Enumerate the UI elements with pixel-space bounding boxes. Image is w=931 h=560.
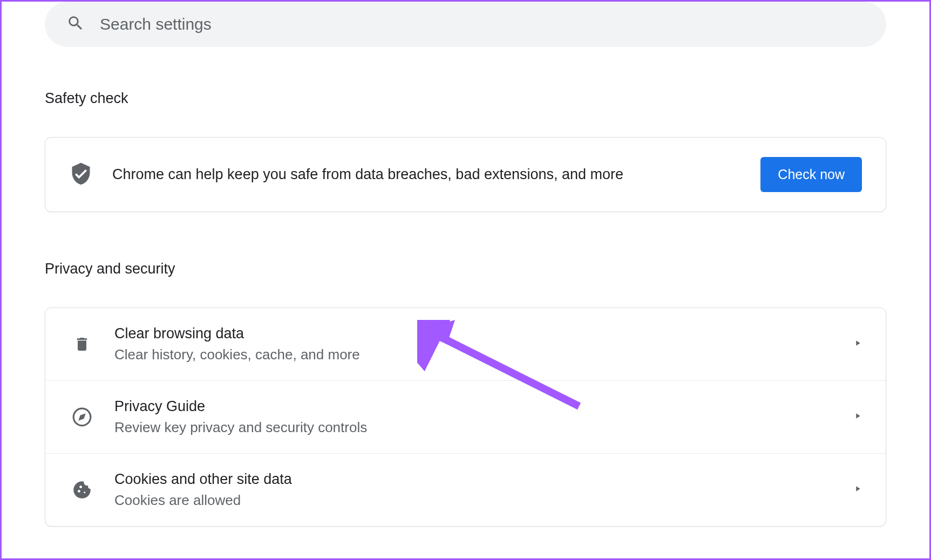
privacy-security-heading: Privacy and security bbox=[45, 261, 886, 277]
safety-check-description: Chrome can help keep you safe from data … bbox=[112, 166, 760, 183]
cookies-row[interactable]: Cookies and other site data Cookies are … bbox=[45, 453, 886, 526]
check-now-button[interactable]: Check now bbox=[760, 157, 862, 192]
row-subtitle: Clear history, cookies, cache, and more bbox=[114, 346, 842, 363]
row-subtitle: Review key privacy and security controls bbox=[114, 419, 842, 436]
search-input[interactable] bbox=[100, 15, 865, 33]
row-title: Cookies and other site data bbox=[114, 471, 842, 488]
compass-icon bbox=[69, 407, 95, 427]
shield-check-icon bbox=[69, 162, 93, 188]
search-icon bbox=[66, 14, 85, 35]
chevron-right-icon bbox=[853, 339, 862, 350]
svg-marker-1 bbox=[78, 413, 85, 420]
chevron-right-icon bbox=[853, 412, 862, 422]
trash-icon bbox=[69, 336, 95, 353]
clear-browsing-data-row[interactable]: Clear browsing data Clear history, cooki… bbox=[45, 308, 886, 380]
privacy-list-card: Clear browsing data Clear history, cooki… bbox=[45, 308, 886, 527]
search-settings-bar[interactable] bbox=[45, 2, 886, 47]
row-subtitle: Cookies are allowed bbox=[114, 492, 842, 509]
safety-check-heading: Safety check bbox=[45, 90, 886, 107]
safety-check-card: Chrome can help keep you safe from data … bbox=[45, 137, 886, 212]
privacy-guide-row[interactable]: Privacy Guide Review key privacy and sec… bbox=[45, 380, 886, 453]
chevron-right-icon bbox=[853, 484, 862, 495]
row-title: Privacy Guide bbox=[114, 398, 842, 415]
row-title: Clear browsing data bbox=[114, 325, 842, 342]
cookie-icon bbox=[69, 480, 95, 500]
